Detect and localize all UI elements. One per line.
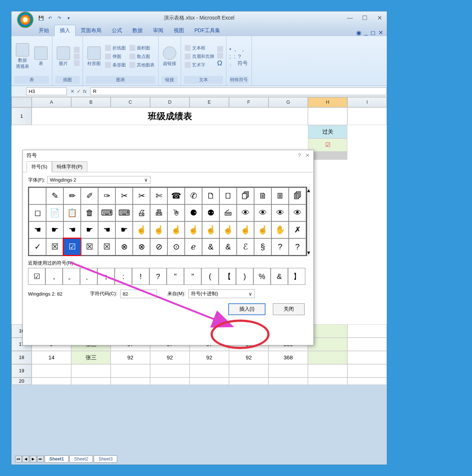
recent-symbol-cell[interactable]: 】 xyxy=(288,268,305,285)
symbol-cell[interactable]: ☝ xyxy=(150,221,167,238)
signature-icon[interactable] xyxy=(217,46,223,52)
tab-view[interactable]: 视图 xyxy=(169,25,189,36)
object-icon[interactable] xyxy=(217,53,223,59)
symbol-cell[interactable]: ✎ xyxy=(46,187,63,204)
symbol-cell[interactable]: ☝ xyxy=(219,221,237,238)
sheet-nav-next[interactable]: ▶ xyxy=(30,456,37,462)
symbol-cell[interactable]: ⊘ xyxy=(150,238,167,255)
symbol-cell[interactable]: ◻ xyxy=(29,204,46,221)
sheet-tab-2[interactable]: Sheet2 xyxy=(69,455,93,463)
symbol-cell[interactable]: ☎ xyxy=(167,187,185,204)
cell-title[interactable]: 班级成绩表 xyxy=(32,107,308,125)
dialog-tab-special[interactable]: 特殊字符(P) xyxy=(52,161,87,172)
header-pass[interactable]: 过关 xyxy=(308,125,347,138)
symbol-cell[interactable]: 🗐 xyxy=(289,187,306,204)
col-header-B[interactable]: B xyxy=(71,97,111,107)
doc-close-button[interactable]: ✕ xyxy=(378,29,383,36)
recent-symbol-cell[interactable]: ( xyxy=(201,268,219,285)
symbol-cell[interactable]: 🗏 xyxy=(271,187,289,204)
redo-icon[interactable]: ↷ xyxy=(56,14,63,22)
cancel-formula-icon[interactable]: ✕ xyxy=(70,89,74,94)
recent-symbol-cell[interactable]: , xyxy=(45,268,63,285)
symbol-cell[interactable]: ✋ xyxy=(271,221,289,238)
symbol-cell[interactable]: 📋 xyxy=(63,204,81,221)
symbol-cell[interactable]: ✆ xyxy=(185,187,202,204)
symbol-cell[interactable]: 👁 xyxy=(237,204,254,221)
from-dropdown[interactable]: 符号(十进制) ∨ xyxy=(188,289,255,298)
symbol-cell[interactable]: ⊗ xyxy=(115,238,133,255)
bar-chart-button[interactable]: 条形图 xyxy=(104,61,126,69)
pie-chart-button[interactable]: 饼图 xyxy=(104,53,126,61)
row-header-18[interactable]: 18 xyxy=(11,351,32,364)
recent-symbol-cell[interactable]: 。 xyxy=(63,268,80,285)
symbol-cell[interactable]: ⊗ xyxy=(133,238,150,255)
fx-icon[interactable]: fx xyxy=(83,89,87,94)
symbol-cell[interactable]: ⌨ xyxy=(115,204,133,221)
symbol-cell[interactable]: 🖮 xyxy=(219,204,237,221)
symbol-cell[interactable]: ✂ xyxy=(133,187,150,204)
col-header-C[interactable]: C xyxy=(111,97,150,107)
symbol-cell[interactable]: § xyxy=(254,238,271,255)
symbol-cell[interactable]: ☚ xyxy=(98,221,115,238)
line-chart-button[interactable]: 折线图 xyxy=(104,44,126,52)
header-footer-button[interactable]: 页眉和页脚 xyxy=(184,53,215,61)
symbol-cell[interactable]: ☝ xyxy=(254,221,271,238)
doc-minimize-button[interactable]: _ xyxy=(364,29,368,36)
symbol-cell[interactable]: 👁 xyxy=(254,204,271,221)
close-button[interactable]: ✕ xyxy=(372,13,387,24)
symbol-cell[interactable]: ☚ xyxy=(29,221,46,238)
help-icon[interactable]: ◉ xyxy=(356,29,361,36)
symbol-cell[interactable]: ☒ xyxy=(81,238,98,255)
tab-layout[interactable]: 页面布局 xyxy=(76,25,107,36)
close-button[interactable]: 关闭 xyxy=(273,303,305,315)
tab-home[interactable]: 开始 xyxy=(34,25,54,36)
textbox-button[interactable]: 文本框 xyxy=(184,44,215,52)
recent-symbol-cell[interactable]: : xyxy=(115,268,132,285)
font-dropdown[interactable]: Wingdings 2 ∨ xyxy=(47,176,150,184)
symbol-scrollbar[interactable]: ▴ ▾ xyxy=(307,187,310,256)
symbol-cell[interactable]: ☝ xyxy=(237,221,254,238)
symbol-cell[interactable]: 👁 xyxy=(289,204,306,221)
symbol-cell[interactable]: ☒ xyxy=(46,238,63,255)
select-all-corner[interactable] xyxy=(11,97,32,107)
recent-symbol-cell[interactable]: ) xyxy=(236,268,253,285)
symbol-cell[interactable]: ✑ xyxy=(98,187,115,204)
symbol-cell[interactable]: ℯ xyxy=(185,238,202,255)
minimize-button[interactable]: — xyxy=(343,13,357,24)
symbol-cell[interactable]: ✏ xyxy=(63,187,81,204)
cell-checkbox[interactable]: ☑ xyxy=(308,138,347,152)
tab-data[interactable]: 数据 xyxy=(127,25,148,36)
column-chart-button[interactable]: 柱形图 xyxy=(86,45,102,68)
symbol-cell[interactable]: 🗍 xyxy=(237,187,254,204)
col-header-D[interactable]: D xyxy=(150,97,190,107)
office-button[interactable] xyxy=(17,11,34,28)
symbol-cell[interactable]: ☝ xyxy=(185,221,202,238)
col-header-A[interactable]: A xyxy=(32,97,71,107)
symbol-cell[interactable]: ⚉ xyxy=(202,204,219,221)
col-header-I[interactable]: I xyxy=(347,97,387,107)
omega-icon[interactable]: Ω xyxy=(217,59,223,67)
row-header-19[interactable]: 19 xyxy=(11,364,32,377)
col-header-G[interactable]: G xyxy=(268,97,308,107)
recent-symbol-cell[interactable]: " xyxy=(184,268,201,285)
symbol-cell[interactable]: ✄ xyxy=(150,187,167,204)
symbol-cell[interactable]: 🗌 xyxy=(219,187,237,204)
tab-insert[interactable]: 插入 xyxy=(54,25,76,36)
sheet-nav-prev[interactable]: ◀ xyxy=(22,456,29,462)
symbol-cell[interactable]: & xyxy=(219,238,237,255)
symbol-cell[interactable]: ⌨ xyxy=(98,204,115,221)
symbol-cell[interactable] xyxy=(29,187,46,204)
recent-symbol-cell[interactable]: % xyxy=(253,268,271,285)
symbol-cell[interactable]: ✐ xyxy=(81,187,98,204)
symbol-cell[interactable]: ☝ xyxy=(202,221,219,238)
symbol-cell[interactable]: 🗎 xyxy=(254,187,271,204)
recent-symbol-cell[interactable]: ; xyxy=(97,268,115,285)
recent-symbol-cell[interactable]: 、 xyxy=(80,268,97,285)
symbol-cell[interactable]: ✓ xyxy=(29,238,46,255)
recent-symbol-cell[interactable]: " xyxy=(167,268,184,285)
col-header-H[interactable]: H xyxy=(308,97,347,107)
symbol-cell[interactable]: ? xyxy=(289,238,306,255)
symbol-cell[interactable]: ⚈ xyxy=(185,204,202,221)
symbol-cell[interactable]: ☛ xyxy=(115,221,133,238)
tab-review[interactable]: 审阅 xyxy=(148,25,169,36)
